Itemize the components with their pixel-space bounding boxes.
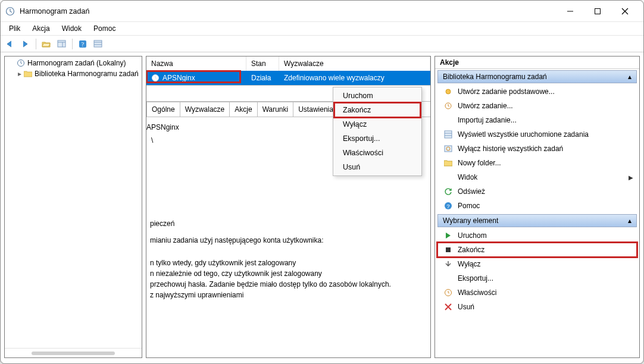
tab-general[interactable]: Ogólne — [146, 102, 180, 117]
action-disable-history-label: Wyłącz historię wszystkich zadań — [458, 145, 563, 153]
action-run[interactable]: Uruchom — [437, 228, 637, 243]
action-view-label: Widok — [458, 173, 477, 181]
actions-group-library-label: Biblioteka Harmonogramu zadań — [443, 73, 547, 81]
cm-export[interactable]: Eksportuj... — [334, 131, 420, 146]
svg-text:?: ? — [446, 203, 449, 209]
play-icon — [443, 231, 453, 240]
action-properties[interactable]: Właściwości — [437, 285, 637, 300]
tree-library[interactable]: ▸ Biblioteka Harmonogramu zadań — [5, 68, 142, 79]
menu-action[interactable]: Akcja — [27, 23, 54, 34]
action-disable-history[interactable]: Wyłącz historię wszystkich zadań — [437, 142, 637, 156]
svg-rect-8 — [94, 40, 102, 47]
action-create-label: Utwórz zadanie... — [458, 102, 513, 110]
close-button[interactable] — [611, 2, 639, 20]
action-delete[interactable]: Usuń — [437, 300, 637, 314]
action-new-folder[interactable]: Nowy folder... — [437, 156, 637, 170]
action-create[interactable]: Utwórz zadanie... — [437, 99, 637, 113]
cm-delete[interactable]: Usuń — [334, 160, 420, 174]
menubar: Plik Akcja Widok Pomoc — [1, 22, 643, 36]
action-help[interactable]: ? Pomoc — [437, 199, 637, 213]
action-disable-label: Wyłącz — [458, 260, 481, 268]
expand-icon[interactable]: ▸ — [18, 70, 21, 78]
grid-icon — [443, 130, 453, 139]
menu-help[interactable]: Pomoc — [89, 23, 120, 34]
nav-forward-button[interactable] — [18, 37, 33, 51]
folder-icon — [443, 158, 453, 168]
cm-disable[interactable]: Wyłącz — [334, 117, 420, 131]
collapse-icon[interactable]: ▴ — [628, 216, 632, 225]
security-header: pieczeń — [150, 218, 426, 229]
task-state: Działa — [246, 71, 279, 85]
action-export[interactable]: Eksportuj... — [437, 271, 637, 285]
col-header-state[interactable]: Stan — [246, 57, 279, 71]
tab-conditions[interactable]: Warunki — [257, 102, 294, 117]
action-create-basic[interactable]: Utwórz zadanie podstawowe... — [437, 84, 637, 99]
cm-end[interactable]: Zakończ — [334, 103, 420, 117]
action-show-running[interactable]: Wyświetl wszystkie uruchomione zadania — [437, 127, 637, 142]
cm-properties[interactable]: Właściwości — [334, 146, 420, 160]
action-new-folder-label: Nowy folder... — [458, 159, 501, 167]
tree-root[interactable]: Harmonogram zadań (Lokalny) — [5, 58, 142, 68]
actions-pane-title: Akcje — [435, 57, 639, 69]
actions-pane: Akcje Biblioteka Harmonogramu zadań ▴ Ut… — [434, 56, 640, 358]
task-list: Nazwa Stan Wyzwalacze APSNginx Działa Zd… — [146, 57, 430, 86]
horizontal-scrollbar[interactable] — [5, 348, 142, 357]
col-header-name[interactable]: Nazwa — [146, 57, 246, 71]
help-button[interactable]: ? — [76, 37, 90, 51]
clock-icon — [5, 7, 15, 16]
tab-actions[interactable]: Akcje — [229, 102, 257, 117]
blank-icon — [443, 172, 453, 182]
clock-icon — [151, 74, 160, 82]
titlebar: Harmonogram zadań — [1, 1, 643, 22]
action-create-basic-label: Utwórz zadanie podstawowe... — [458, 87, 555, 96]
toolbar-separator — [72, 39, 73, 49]
col-header-triggers[interactable]: Wyzwalacze — [279, 57, 430, 71]
clock-icon — [17, 59, 25, 67]
svg-rect-15 — [445, 131, 452, 138]
action-properties-label: Właściwości — [458, 288, 496, 297]
tree-root-label: Harmonogram zadań (Lokalny) — [27, 59, 126, 67]
action-run-label: Uruchom — [458, 231, 487, 240]
maximize-button[interactable] — [584, 2, 611, 20]
tab-settings[interactable]: Ustawienia — [293, 102, 339, 117]
actions-group-selected[interactable]: Wybrany element ▴ — [437, 214, 637, 227]
action-import[interactable]: Importuj zadanie... — [437, 113, 637, 127]
action-show-running-label: Wyświetl wszystkie uruchomione zadania — [458, 130, 589, 139]
cm-run[interactable]: Uruchom — [334, 89, 420, 103]
action-end[interactable]: Zakończ — [437, 243, 637, 257]
svg-rect-2 — [595, 8, 601, 14]
task-list-header: Nazwa Stan Wyzwalacze — [146, 57, 430, 71]
tree-library-label: Biblioteka Harmonogramu zadań — [35, 70, 139, 78]
svg-rect-22 — [446, 247, 451, 252]
detail-task-name: APSNginx — [146, 121, 179, 134]
minimize-button[interactable] — [557, 2, 584, 20]
open-folder-button[interactable] — [39, 37, 54, 51]
detail-account-line: mianiu zadania użyj następującego konta … — [150, 235, 426, 246]
stop-icon — [443, 245, 453, 255]
app-window: Harmonogram zadań Plik Akcja Widok Pomoc — [0, 0, 644, 364]
scrollbar-thumb[interactable] — [32, 352, 115, 355]
task-row[interactable]: APSNginx Działa Zdefiniowano wiele wyzwa… — [146, 71, 430, 85]
actions-group-library[interactable]: Biblioteka Harmonogramu zadań ▴ — [437, 70, 637, 83]
action-refresh[interactable]: Odśwież — [437, 184, 637, 199]
action-disable[interactable]: Wyłącz — [437, 257, 637, 271]
window-controls — [557, 2, 639, 20]
menu-view[interactable]: Widok — [57, 23, 86, 34]
app-title: Harmonogram zadań — [20, 7, 557, 15]
task-context-menu: Uruchom Zakończ Wyłącz Eksportuj... Właś… — [333, 87, 422, 176]
toolbar: ? — [1, 36, 643, 52]
blank-icon — [443, 274, 453, 283]
delete-icon — [443, 302, 453, 312]
action-refresh-label: Odśwież — [458, 187, 485, 196]
action-view[interactable]: Widok ▶ — [437, 170, 637, 184]
collapse-icon[interactable]: ▴ — [628, 73, 632, 81]
menu-file[interactable]: Plik — [4, 23, 25, 34]
tree-pane: Harmonogram zadań (Lokalny) ▸ Biblioteka… — [4, 56, 142, 358]
show-preview-button[interactable] — [91, 37, 105, 51]
detail-nopwd-line: przechowuj hasła. Zadanie będzie miało d… — [150, 279, 426, 290]
nav-back-button[interactable] — [3, 37, 17, 51]
folder-icon — [24, 70, 32, 77]
properties-icon — [443, 288, 453, 297]
tab-triggers[interactable]: Wyzwalacze — [180, 102, 230, 117]
show-actions-pane-button[interactable] — [55, 37, 69, 51]
